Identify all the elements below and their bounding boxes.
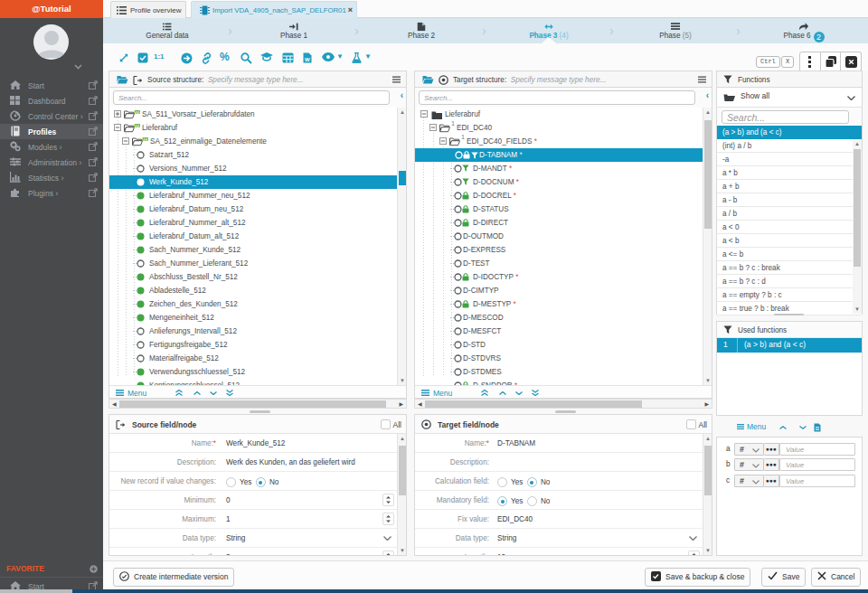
svg-text:W: W [305, 57, 310, 62]
